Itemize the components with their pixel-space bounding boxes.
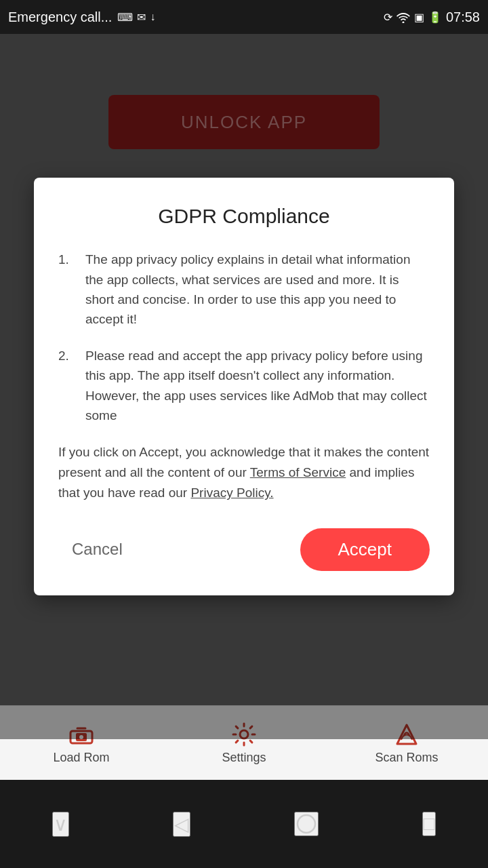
back-button[interactable]: ◁: [173, 812, 190, 837]
sim-icon: ▣: [414, 11, 424, 24]
status-icons: ⌨ ✉ ↓: [117, 11, 155, 24]
settings-label: Settings: [222, 751, 266, 765]
system-nav-bar: ∨ ◁ □: [0, 780, 488, 868]
dialog-overlay: GDPR Compliance 1. The app privacy polic…: [0, 34, 488, 739]
rotate-icon: ⟳: [384, 11, 392, 24]
dropdown-button[interactable]: ∨: [52, 812, 69, 837]
status-bar: Emergency call... ⌨ ✉ ↓ ⟳ ▣ 🔋 07:58: [0, 0, 488, 34]
list-item-1-text: The app privacy policy explains in detai…: [85, 250, 430, 330]
scan-roms-label: Scan Roms: [375, 751, 438, 765]
download-icon: ↓: [150, 11, 155, 23]
terms-of-service-link[interactable]: Terms of Service: [250, 465, 346, 479]
dialog-list: 1. The app privacy policy explains in de…: [58, 250, 430, 426]
list-item: 1. The app privacy policy explains in de…: [58, 250, 430, 330]
accept-button[interactable]: Accept: [300, 528, 430, 571]
dialog-title: GDPR Compliance: [58, 205, 430, 228]
status-left: Emergency call... ⌨ ✉ ↓: [8, 9, 155, 25]
wifi-icon: [396, 11, 410, 23]
dialog-actions: Cancel Accept: [58, 528, 430, 571]
battery-icon: 🔋: [428, 11, 442, 24]
acceptance-text: If you click on Accept, you acknowledge …: [58, 442, 430, 504]
status-time: 07:58: [446, 9, 480, 25]
svg-point-5: [298, 815, 315, 833]
gdpr-dialog: GDPR Compliance 1. The app privacy polic…: [34, 178, 454, 595]
svg-point-0: [402, 21, 404, 23]
status-right-icons: ⟳ ▣ 🔋 07:58: [384, 9, 480, 25]
list-num-2: 2.: [58, 346, 77, 426]
privacy-policy-link[interactable]: Privacy Policy.: [190, 486, 273, 500]
emergency-call-text: Emergency call...: [8, 9, 112, 25]
email-icon: ✉: [137, 11, 146, 24]
list-num-1: 1.: [58, 250, 77, 330]
recents-button[interactable]: □: [422, 812, 436, 836]
cancel-button[interactable]: Cancel: [58, 533, 136, 566]
list-item: 2. Please read and accept the app privac…: [58, 346, 430, 426]
load-rom-label: Load Rom: [53, 751, 109, 765]
keyboard-icon: ⌨: [117, 11, 133, 24]
home-button[interactable]: [294, 812, 319, 836]
list-item-2-text: Please read and accept the app privacy p…: [85, 346, 430, 426]
